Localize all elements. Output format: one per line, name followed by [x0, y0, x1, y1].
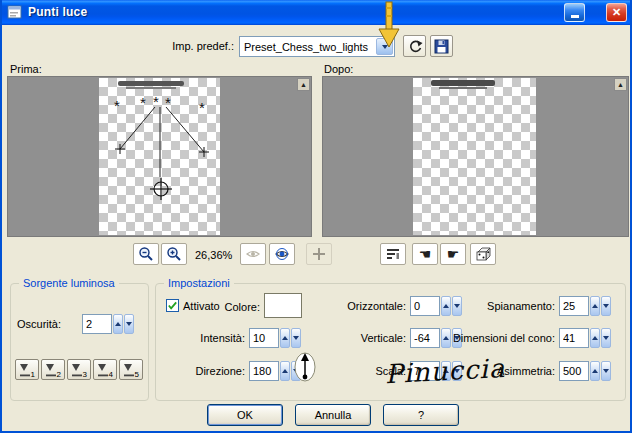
after-pan-button[interactable]: ▲: [614, 78, 627, 91]
light-source-group: Sorgente luminosa: [10, 283, 149, 401]
light-5-button[interactable]: 5: [119, 359, 143, 380]
asymmetry-input[interactable]: [559, 361, 589, 381]
horizontal-input[interactable]: [410, 296, 440, 316]
eye-icon: [245, 246, 261, 262]
light-3-button[interactable]: 3: [67, 359, 91, 380]
direction-input[interactable]: [249, 361, 279, 381]
spin-up-button[interactable]: [280, 361, 290, 381]
close-icon: ✕: [612, 6, 621, 19]
hand-button[interactable]: ☛: [440, 243, 466, 265]
spin-up-button[interactable]: [113, 314, 123, 334]
window-title: Punti luce: [28, 5, 87, 19]
enabled-checkbox[interactable]: [166, 299, 179, 312]
intensity-input[interactable]: [249, 328, 279, 348]
after-preview[interactable]: ▲: [322, 76, 629, 237]
direction-label: Direzione:: [159, 365, 245, 377]
before-label: Prima:: [10, 63, 42, 75]
check-icon: [167, 300, 178, 311]
enabled-label: Attivato: [183, 300, 220, 312]
auto-proof-button[interactable]: [269, 243, 295, 265]
smoothing-input[interactable]: [559, 296, 589, 316]
svg-text:4: 4: [109, 370, 114, 378]
spin-up-button[interactable]: [280, 328, 290, 348]
svg-text:*: *: [153, 93, 159, 110]
pan-arrow-icon: ▲: [300, 81, 307, 88]
cone-size-input[interactable]: [559, 328, 589, 348]
cone-size-spinner: [559, 328, 611, 348]
color-swatch[interactable]: [264, 293, 302, 318]
yellow-down-arrow-icon: [378, 1, 400, 51]
darkness-input[interactable]: [82, 314, 112, 334]
close-button[interactable]: ✕: [606, 3, 627, 22]
svg-text:3: 3: [83, 370, 88, 378]
reset-arrow-icon: [407, 38, 423, 54]
zoom-out-button[interactable]: [133, 243, 159, 265]
color-label: Colore:: [218, 301, 260, 313]
punti-luce-dialog: Punti luce ✕ Imp. predef.: Preset_Chess_…: [0, 0, 632, 433]
proof-button[interactable]: [240, 243, 266, 265]
spin-up-button[interactable]: [590, 361, 600, 381]
lamp-icon: 5: [122, 362, 140, 378]
navigate-button[interactable]: [306, 243, 332, 265]
svg-text:*: *: [114, 97, 120, 114]
lamp-icon: 4: [96, 362, 114, 378]
dialog-icon: [7, 4, 23, 20]
cone-size-label: Dimensioni del cono:: [442, 332, 555, 344]
minimize-icon: [571, 15, 579, 18]
direction-dial-icon: [294, 349, 316, 385]
spin-up-button[interactable]: [590, 296, 600, 316]
before-pan-button[interactable]: ▲: [297, 78, 310, 91]
vertical-input[interactable]: [410, 328, 440, 348]
before-preview[interactable]: * * * * * ▲: [7, 76, 312, 237]
svg-text:*: *: [199, 99, 205, 116]
zoom-percentage: 26,36%: [195, 249, 232, 261]
ok-button[interactable]: OK: [207, 404, 283, 426]
svg-text:5: 5: [135, 370, 140, 378]
svg-text:1: 1: [31, 370, 36, 378]
hand-icon: ☛: [447, 247, 460, 261]
spin-up-button[interactable]: [590, 328, 600, 348]
after-image-graphics: [323, 77, 628, 236]
light-overlay-graphics: * * * * *: [8, 77, 311, 236]
minimize-button[interactable]: [564, 3, 585, 22]
vertical-label: Verticale:: [317, 332, 406, 344]
lamp-icon: 1: [18, 362, 36, 378]
zoom-in-icon: [166, 246, 182, 262]
help-button[interactable]: ?: [383, 404, 459, 426]
intensity-label: Intensità:: [159, 332, 245, 344]
intensity-spinner: [249, 328, 301, 348]
dice-icon: [475, 246, 492, 263]
light-4-button[interactable]: 4: [93, 359, 117, 380]
preset-label: Imp. predef.:: [162, 40, 234, 52]
preset-dropdown[interactable]: Preset_Chess_two_lights: [239, 36, 395, 57]
save-preset-button[interactable]: [430, 35, 453, 57]
darkness-label: Oscurità:: [17, 318, 61, 330]
direction-dial[interactable]: [294, 349, 316, 387]
pan-arrow-icon: ▲: [617, 81, 624, 88]
smoothing-spinner: [559, 296, 611, 316]
watermark-signature: Pinuccia: [384, 353, 506, 389]
preview-toggle-button[interactable]: [380, 243, 406, 265]
light-2-button[interactable]: 2: [41, 359, 65, 380]
after-label: Dopo:: [324, 63, 353, 75]
spin-down-button[interactable]: [124, 314, 134, 334]
light-1-button[interactable]: 1: [15, 359, 39, 380]
crosshair-plus-icon: [311, 246, 327, 262]
eye-circle-icon: [274, 246, 290, 262]
preset-value: Preset_Chess_two_lights: [240, 41, 375, 53]
light-source-title: Sorgente luminosa: [19, 277, 119, 289]
spin-down-button[interactable]: [291, 328, 301, 348]
cancel-button[interactable]: Annulla: [295, 404, 371, 426]
svg-text:*: *: [140, 94, 146, 111]
spin-down-button[interactable]: [601, 361, 611, 381]
svg-text:*: *: [165, 94, 171, 111]
randomize-button[interactable]: [470, 243, 496, 265]
zoom-in-button[interactable]: [161, 243, 187, 265]
lamp-icon: 3: [70, 362, 88, 378]
spin-down-button[interactable]: [601, 296, 611, 316]
spin-down-button[interactable]: [601, 328, 611, 348]
reset-preset-button[interactable]: [403, 35, 426, 57]
titlebar[interactable]: Punti luce ✕: [2, 0, 630, 25]
hand-pointer-button[interactable]: ☚: [412, 243, 438, 265]
svg-text:2: 2: [57, 370, 62, 378]
